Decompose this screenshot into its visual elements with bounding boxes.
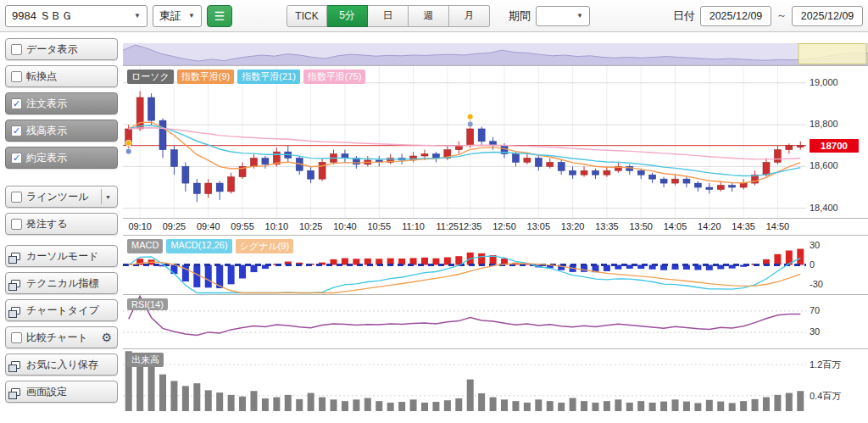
sidebar-item-cursor-mode[interactable]: カーソルモード bbox=[5, 245, 118, 267]
sidebar-item-place-order-checkbox[interactable] bbox=[11, 219, 22, 230]
panel-window-icon bbox=[11, 253, 20, 260]
sidebar-item-line-tool-dropdown[interactable]: ▼ bbox=[101, 189, 114, 204]
navigator-selection[interactable] bbox=[798, 44, 866, 64]
volume-chart bbox=[123, 349, 806, 411]
candle-up bbox=[763, 162, 770, 175]
candle-up bbox=[717, 186, 724, 190]
rsi-panel: 7030 RSI(14) bbox=[123, 294, 868, 348]
sidebar-item-data-display[interactable]: データ表示 bbox=[5, 38, 118, 60]
sidebar-item-turning-point[interactable]: 転換点 bbox=[5, 65, 118, 87]
list-icon: ☰ bbox=[214, 9, 225, 23]
legend-chip: シグナル(9) bbox=[236, 239, 293, 253]
symbol-select[interactable]: 9984 ＳＢＧ ▼ bbox=[5, 5, 147, 27]
panel-window-icon bbox=[11, 280, 20, 287]
candle-down bbox=[262, 158, 269, 164]
current-price-tag: 18700 bbox=[810, 139, 859, 153]
sidebar-item-favorite-save[interactable]: お気に入り保存 bbox=[5, 353, 118, 376]
main-chart[interactable] bbox=[123, 66, 806, 218]
candle-down bbox=[478, 129, 485, 142]
time-axis: 09:1009:2509:4009:5510:1010:2510:4010:55… bbox=[123, 218, 868, 235]
panel-window-icon bbox=[11, 361, 20, 369]
time-tick-label: 09:10 bbox=[125, 221, 155, 231]
sidebar-item-execution-display[interactable]: ✓約定表示 bbox=[5, 147, 118, 169]
sidebar-item-order-display[interactable]: ✓注文表示 bbox=[5, 92, 118, 114]
sidebar-item-favorite-save-label: お気に入り保存 bbox=[26, 358, 98, 372]
sidebar-item-balance-display-checkbox[interactable]: ✓ bbox=[11, 125, 22, 136]
sidebar-item-compare-chart[interactable]: 比較チャート⚙ bbox=[5, 326, 118, 348]
order-marker bbox=[467, 121, 473, 127]
sidebar-item-technical-indicator[interactable]: テクニカル指標 bbox=[5, 272, 118, 294]
candle-up bbox=[228, 177, 235, 192]
candle-down bbox=[159, 120, 166, 150]
candle-down bbox=[308, 170, 314, 179]
sidebar-item-compare-chart-label: 比較チャート bbox=[26, 331, 88, 345]
market-value: 東証 bbox=[159, 8, 181, 24]
price-tick-label: 19,000 bbox=[810, 77, 838, 87]
macd-tick-label: 30 bbox=[810, 240, 820, 250]
sidebar-item-compare-chart-checkbox[interactable] bbox=[11, 332, 22, 343]
candle-down bbox=[432, 154, 439, 159]
legend-chip: MACD bbox=[127, 239, 163, 253]
macd-panel: 300-30 MACDMACD(12,26)シグナル(9) bbox=[123, 235, 868, 294]
date-to-input[interactable]: 2025/12/09 bbox=[792, 6, 863, 26]
volume-panel: 1.2百万0.4百万 出来高 bbox=[123, 348, 868, 411]
macd-tick-label: -30 bbox=[810, 279, 823, 289]
toolbar: 9984 ＳＢＧ ▼ 東証 ▼ ☰ TICK5分日週月 期間 ▼ 日付 2025… bbox=[0, 0, 868, 32]
interval-button-tick[interactable]: TICK bbox=[287, 5, 327, 27]
sidebar-item-order-display-checkbox[interactable]: ✓ bbox=[11, 98, 22, 109]
rsi-chart bbox=[123, 295, 806, 348]
navigator-svg bbox=[123, 43, 868, 64]
interval-button-group: TICK5分日週月 bbox=[287, 5, 490, 27]
sidebar-item-screen-settings[interactable]: 画面設定 bbox=[5, 381, 118, 403]
sidebar-item-place-order[interactable]: 発注する bbox=[5, 213, 118, 235]
sidebar-item-line-tool-checkbox[interactable] bbox=[11, 192, 22, 203]
candle-up bbox=[319, 162, 326, 179]
interval-button-day[interactable]: 日 bbox=[368, 5, 409, 27]
interval-button-5min[interactable]: 5分 bbox=[327, 5, 368, 27]
period-select[interactable]: ▼ bbox=[536, 6, 590, 26]
date-label: 日付 bbox=[673, 8, 695, 24]
candle-down bbox=[170, 150, 177, 167]
ema9-line bbox=[129, 122, 801, 183]
main-chart-svg bbox=[123, 66, 806, 218]
sidebar-item-execution-display-label: 約定表示 bbox=[26, 151, 67, 165]
gear-icon[interactable]: ⚙ bbox=[101, 331, 112, 343]
sidebar-item-line-tool-label: ラインツール bbox=[26, 190, 88, 204]
main-body: データ表示転換点✓注文表示✓残高表示✓約定表示ラインツール▼発注するカーソルモー… bbox=[0, 32, 868, 423]
candle-down bbox=[683, 179, 690, 183]
order-marker bbox=[125, 148, 131, 154]
volume-tick-label: 1.2百万 bbox=[810, 359, 841, 371]
candle-up bbox=[547, 162, 554, 166]
sidebar-item-data-display-label: データ表示 bbox=[26, 42, 78, 57]
price-tick-label: 18,800 bbox=[810, 119, 838, 129]
market-select[interactable]: 東証 ▼ bbox=[153, 5, 202, 27]
candle-down bbox=[706, 187, 713, 189]
time-tick-label: 13:50 bbox=[626, 221, 656, 231]
interval-button-month[interactable]: 月 bbox=[449, 5, 490, 27]
candle-up bbox=[672, 179, 679, 183]
sidebar-item-turning-point-checkbox[interactable] bbox=[11, 71, 22, 82]
candle-down bbox=[148, 97, 155, 120]
sidebar-item-data-display-checkbox[interactable] bbox=[11, 44, 22, 55]
sidebar-item-balance-display[interactable]: ✓残高表示 bbox=[5, 120, 118, 142]
stock-chart-app: 9984 ＳＢＧ ▼ 東証 ▼ ☰ TICK5分日週月 期間 ▼ 日付 2025… bbox=[0, 0, 868, 423]
chart-area: 19,00018,80018,60018,40018700 ローソク指数平滑(9… bbox=[123, 32, 868, 423]
board-button[interactable]: ☰ bbox=[207, 5, 232, 27]
date-from-input[interactable]: 2025/12/09 bbox=[700, 6, 771, 26]
sidebar-item-place-order-label: 発注する bbox=[26, 217, 68, 231]
candle-up bbox=[604, 170, 610, 175]
interval-button-week[interactable]: 週 bbox=[409, 5, 449, 27]
date-range-tilde: ～ bbox=[776, 8, 787, 23]
sidebar-item-execution-display-checkbox[interactable]: ✓ bbox=[11, 153, 22, 164]
sidebar-item-technical-indicator-label: テクニカル指標 bbox=[26, 276, 98, 291]
time-tick-label: 10:10 bbox=[261, 221, 292, 231]
candle-down bbox=[535, 158, 542, 166]
navigator-strip[interactable] bbox=[123, 43, 868, 65]
price-tick-label: 18,400 bbox=[810, 203, 838, 213]
rsi-axis: 7030 bbox=[806, 295, 868, 348]
chevron-down-icon: ▼ bbox=[134, 12, 141, 19]
volume-axis: 1.2百万0.4百万 bbox=[806, 349, 868, 411]
sidebar-item-line-tool[interactable]: ラインツール▼ bbox=[5, 186, 118, 208]
main-chart-panel: 19,00018,80018,60018,40018700 ローソク指数平滑(9… bbox=[123, 65, 868, 218]
sidebar-item-chart-type[interactable]: チャートタイプ bbox=[5, 299, 118, 321]
